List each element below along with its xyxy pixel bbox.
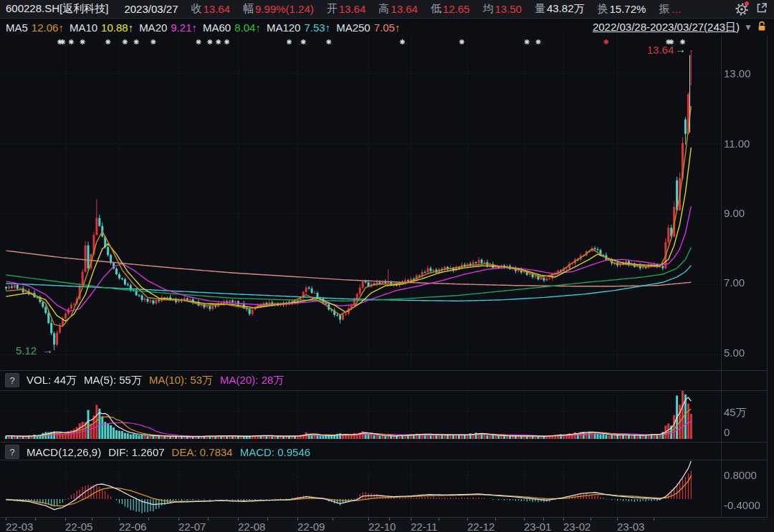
x-axis-tick xyxy=(524,518,525,521)
unlock-icon[interactable] xyxy=(757,21,767,34)
x-axis-label: 22-09 xyxy=(297,521,325,532)
x-axis-tick xyxy=(617,518,618,521)
ma60-legend: MA608.04↑ xyxy=(203,21,261,34)
macd-value: MACD: 0.9546 xyxy=(240,446,310,458)
ma-legend-row: MA512.06↑ MA1010.88↑ MA209.21↑ MA608.04↑… xyxy=(0,19,774,36)
x-axis-tick xyxy=(591,518,591,521)
x-axis-tick xyxy=(439,518,439,521)
field-amplitude: 振… xyxy=(659,2,682,16)
x-axis-tick xyxy=(467,518,468,521)
x-axis-tick xyxy=(238,518,239,521)
header-icons xyxy=(735,1,768,16)
ma5-legend: MA512.06↑ xyxy=(6,21,64,34)
x-axis-tick xyxy=(297,518,298,521)
x-axis-label: 22-03 xyxy=(6,521,33,532)
stock-chart-app: 600228.SH[返利科技] 2023/03/27 收13.64 幅9.99%… xyxy=(0,0,774,532)
gear-icon[interactable] xyxy=(735,3,748,16)
x-axis-label: 22-06 xyxy=(119,521,146,532)
x-axis-tick xyxy=(178,518,179,521)
macd-legend-row: ? MACD(12,26,9) DIF: 1.2607 DEA: 0.7834 … xyxy=(0,442,720,461)
x-axis-tick xyxy=(389,518,390,521)
price-tick-5: 5.00 xyxy=(724,347,745,359)
x-axis-tick xyxy=(654,518,654,521)
x-axis-label: 22-07 xyxy=(178,521,206,532)
volume-tick-0: 0 xyxy=(724,426,730,438)
volume-tick-45: 45万 xyxy=(724,406,747,420)
high-annotation: 13.64 xyxy=(647,44,674,56)
share-icon[interactable] xyxy=(755,1,768,16)
price-tick-9: 9.00 xyxy=(724,207,745,219)
x-axis-tick xyxy=(92,518,92,521)
ma250-legend: MA2507.05↑ xyxy=(336,21,400,34)
field-avg: 均13.50 xyxy=(482,2,522,16)
field-close: 收13.64 xyxy=(191,2,230,16)
x-axis-tick xyxy=(208,518,209,521)
field-change: 幅9.99%(1.24) xyxy=(243,2,314,16)
price-tick-13: 13.00 xyxy=(724,67,751,79)
notification-dot xyxy=(745,1,749,6)
x-axis-tick xyxy=(333,518,333,521)
x-axis-label: 23-02 xyxy=(563,521,591,532)
time-axis: 22-0322-0522-0622-0722-0822-0922-1022-11… xyxy=(0,518,774,532)
last-price-pointer-line xyxy=(689,55,690,132)
x-axis-tick xyxy=(543,518,544,521)
price-tick-7: 7.00 xyxy=(724,276,745,289)
date-range-label[interactable]: 2022/03/28-2023/03/27(243日) xyxy=(593,21,740,34)
x-axis-tick xyxy=(563,518,564,521)
vol-label: VOL: 44万 xyxy=(27,374,77,387)
macd-tick-neg: -0.4000 xyxy=(724,499,760,511)
x-axis-tick xyxy=(267,518,268,521)
ma10-legend: MA1010.88↑ xyxy=(70,21,133,34)
help-icon[interactable]: ? xyxy=(5,445,19,459)
low-annotation: 5.12 xyxy=(16,344,37,357)
dea-value: DEA: 0.7834 xyxy=(172,446,233,458)
x-axis-tick xyxy=(65,518,66,521)
vol-ma5: MA(5): 55万 xyxy=(84,374,142,387)
field-open: 开13.64 xyxy=(327,2,366,16)
field-high: 高13.64 xyxy=(378,2,418,16)
price-tick-11: 11.00 xyxy=(724,137,750,150)
arrow-right-icon: → xyxy=(42,344,53,356)
macd-title: MACD(12,26,9) xyxy=(27,446,101,458)
x-axis-label: 22-08 xyxy=(238,521,265,532)
symbol-title: 600228.SH[返利科技] xyxy=(6,2,108,16)
field-turnover: 换15.72% xyxy=(597,2,646,16)
x-axis-tick xyxy=(35,518,36,521)
x-axis-tick xyxy=(119,518,120,521)
x-axis-label: 22-12 xyxy=(467,521,494,532)
x-axis-tick xyxy=(6,518,6,521)
quote-date: 2023/03/27 xyxy=(124,3,178,15)
x-axis-tick xyxy=(495,518,496,521)
x-axis-label: 22-11 xyxy=(411,521,437,532)
vol-ma10: MA(10): 53万 xyxy=(149,374,213,387)
ma20-legend: MA209.21↑ xyxy=(139,21,197,34)
field-volume: 量43.82万 xyxy=(535,2,585,16)
x-axis-label: 22-05 xyxy=(65,521,92,532)
vol-ma20: MA(20): 28万 xyxy=(220,374,284,387)
arrow-right-icon: → xyxy=(675,43,686,55)
x-axis-tick xyxy=(411,518,411,521)
x-axis-label: 22-10 xyxy=(368,521,396,532)
x-axis-tick xyxy=(148,518,149,521)
x-axis-label: 23-03 xyxy=(617,521,644,532)
header-bar: 600228.SH[返利科技] 2023/03/27 收13.64 幅9.99%… xyxy=(0,0,774,19)
chevron-down-icon[interactable]: ▼ xyxy=(744,22,752,32)
help-icon[interactable]: ? xyxy=(5,373,19,387)
volume-legend-row: ? VOL: 44万 MA(5): 55万 MA(10): 53万 MA(20)… xyxy=(0,371,720,390)
x-axis-tick xyxy=(368,518,369,521)
date-range-control[interactable]: 2022/03/28-2023/03/27(243日) ▼ xyxy=(593,21,767,34)
dif-value: DIF: 1.2607 xyxy=(108,446,164,458)
x-axis-label: 23-01 xyxy=(524,521,551,532)
field-low: 低12.65 xyxy=(431,2,470,16)
macd-tick-pos: 0.8000 xyxy=(724,469,757,481)
ma120-legend: MA1207.53↑ xyxy=(267,21,330,34)
